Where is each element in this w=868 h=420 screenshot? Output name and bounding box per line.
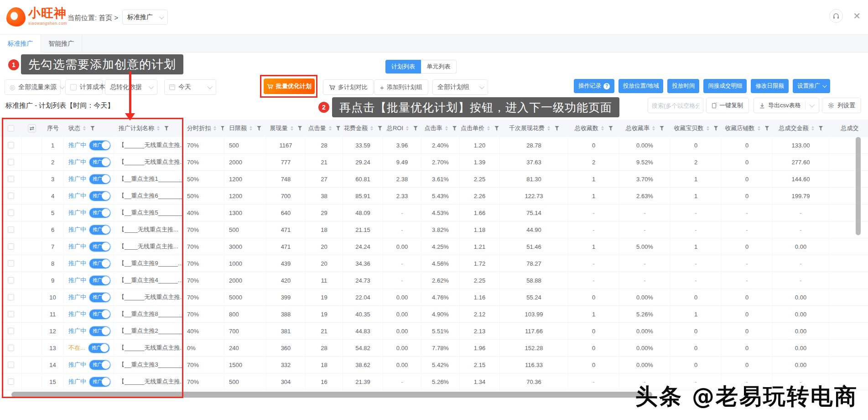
close-icon[interactable]: ✕ [853,11,861,21]
cell-value: 1.21 [474,243,485,250]
sort-icon[interactable] [758,126,760,131]
schedule-button[interactable]: 投放时间 [667,79,699,93]
filter-icon[interactable] [494,126,499,131]
sort-icon[interactable] [487,126,490,131]
filter-icon[interactable] [608,126,613,131]
body-cell: 1300 [224,205,266,221]
header-cell: 总成交 [829,120,868,137]
cell-value: 70% [187,226,199,233]
sort-icon[interactable] [370,126,373,131]
body-cell: - [773,205,829,221]
tab-standard-promotion[interactable]: 标准推广 [0,35,41,53]
cell-value: 34.36 [355,260,370,267]
filter-icon[interactable] [257,126,261,131]
header-cell: 日限额 [224,120,266,137]
calc-cost-checkbox[interactable]: 计算成本 [65,79,103,95]
indirect-deals-button[interactable]: 间接成交明细 [703,79,747,93]
cell-value: 0 [745,362,748,368]
setup-promotion-button[interactable]: 设置推广 [793,79,830,93]
body-cell: 2.70% [421,154,460,170]
cell-value: 2.25 [474,176,485,183]
filter-icon[interactable] [413,126,418,131]
filter-icon[interactable] [221,126,224,131]
body-cell: 70% [182,357,224,373]
filter-icon[interactable] [378,126,382,131]
search-box[interactable] [648,98,703,113]
gear-icon [828,102,834,109]
sort-icon[interactable] [291,126,293,131]
support-headset-button[interactable] [829,9,843,23]
filter-icon[interactable] [336,126,341,131]
body-cell: 9.52% [619,154,670,170]
multi-plan-compare-button[interactable]: 多计划对比 [323,79,374,95]
sort-icon[interactable] [811,126,814,131]
filter-icon[interactable] [452,126,457,131]
cell-value: 29.24 [355,159,370,166]
chevron-down-icon [479,84,484,89]
body-cell: 2 [568,154,619,170]
date-range-select[interactable]: 今天 [164,79,216,95]
filter-icon[interactable] [819,126,823,131]
body-cell: 60.81 [343,171,383,187]
body-cell: - [722,221,773,238]
vertical-scrollbar[interactable] [856,137,861,235]
operation-log-button[interactable]: 操作记录 ? [574,79,614,93]
cell-value: 420 [281,277,291,284]
body-cell: 0.00 [383,306,421,322]
body-cell: 1 [670,306,722,322]
sort-icon[interactable] [601,126,604,131]
cell-value: 40% [187,210,199,216]
body-cell: 1.39 [460,154,500,170]
question-icon: ? [603,83,610,89]
cell-value: 1.39 [474,159,485,166]
plan-list-toggle[interactable]: 计划列表 [385,60,421,74]
edit-daily-limit-button[interactable]: 修改日限额 [751,79,789,93]
export-csv-button[interactable]: 导出csv表格 [754,98,819,113]
body-cell: - [568,255,619,272]
sort-icon[interactable] [213,126,216,131]
header-cell: 总成交金额 [773,120,829,137]
search-input[interactable] [652,102,699,109]
body-cell: 4.90% [421,306,460,322]
sort-icon[interactable] [652,126,655,131]
sort-icon[interactable] [445,126,448,131]
filter-icon[interactable] [765,126,769,131]
body-cell [829,188,868,204]
body-cell: 2.62% [421,272,460,289]
add-to-group-button[interactable]: + 添加到计划组 [374,79,428,95]
checkbox-icon[interactable] [70,84,77,90]
cell-value: 29 [321,210,327,216]
body-cell: 2.26 [460,188,500,204]
cell-value: 1.34 [474,378,485,385]
cell-value: 28 [321,142,327,149]
filter-icon[interactable] [555,126,559,131]
chevron-down-icon [149,84,154,89]
sort-icon[interactable] [329,126,332,131]
copy-button[interactable]: 一键复制 [706,98,749,113]
cell-value: 381 [281,328,291,335]
cell-value: 38.62 [355,362,370,368]
column-settings-button[interactable]: 列设置 [822,98,861,113]
header-cell: 总收藏率 [619,120,670,137]
placement-region-button[interactable]: 投放位置/地域 [619,79,663,93]
filter-icon[interactable] [660,126,664,131]
cell-value: - [401,277,403,284]
copy-icon [712,103,716,108]
unit-list-toggle[interactable]: 单元列表 [421,60,457,74]
all-groups-select[interactable]: 全部计划组 [432,79,488,95]
tab-smart-promotion[interactable]: 智能推广 [41,35,82,53]
breadcrumb-select[interactable]: 标准推广 [122,10,168,25]
sort-icon[interactable] [406,126,409,131]
filter-icon[interactable] [714,126,718,131]
filter-icon[interactable] [298,126,302,131]
view-toggle: 计划列表 单元列表 [385,60,457,74]
chevron-down-icon[interactable] [809,102,814,107]
sort-icon[interactable] [707,126,709,131]
sort-icon[interactable] [547,126,550,131]
cell-value: 500 [229,226,239,233]
sort-icon[interactable] [249,126,252,131]
cell-value: 116.33 [525,362,543,368]
cell-value: 1500 [229,362,242,368]
cell-value: - [746,210,748,216]
traffic-source-select[interactable]: ◎ 全部流量来源 [5,79,61,95]
